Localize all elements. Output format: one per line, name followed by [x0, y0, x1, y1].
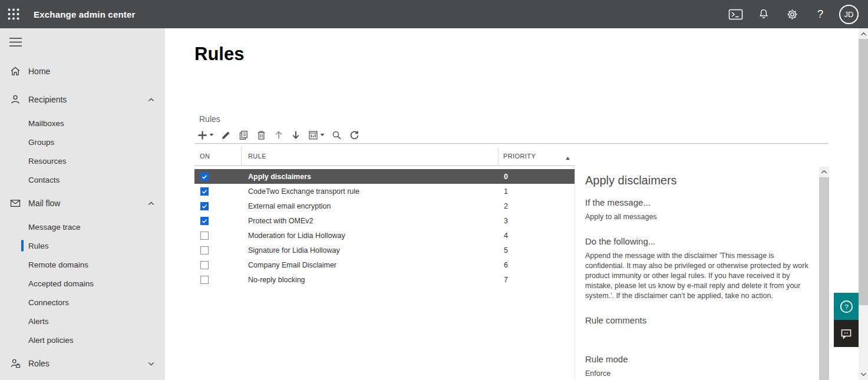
settings-gear-icon[interactable]	[778, 0, 806, 28]
rule-name: No-reply blocking	[242, 272, 499, 287]
rule-row[interactable]: Company Email Disclaimer6	[194, 257, 575, 272]
sidebar-item-connectors[interactable]: Connectors	[0, 293, 165, 312]
detail-section-heading: Rule mode	[585, 354, 812, 364]
help-question-icon[interactable]: ?	[806, 0, 834, 28]
page-scroll-up-icon[interactable]	[859, 29, 868, 39]
sidebar-item-recipients[interactable]: Recipients	[0, 85, 165, 114]
details-scroll-thumb[interactable]	[819, 177, 829, 380]
sidebar-item-accepted-domains[interactable]: Accepted domains	[0, 274, 165, 293]
sidebar-item-rules[interactable]: Rules	[0, 236, 165, 255]
sidebar-item-mail-flow[interactable]: Mail flow	[0, 189, 165, 217]
sidebar-item-roles[interactable]: Roles	[0, 349, 165, 378]
page-scroll-down-icon[interactable]	[859, 369, 868, 379]
sidebar-item-remote-domains[interactable]: Remote domains	[0, 255, 165, 274]
arrow-up-icon	[273, 130, 284, 140]
sidebar-item-label: Alerts	[28, 317, 49, 326]
assist-buttons: ?	[834, 293, 859, 347]
chevron-up-icon	[147, 95, 156, 104]
rule-name: Apply disclaimers	[242, 169, 499, 184]
feedback-button[interactable]	[834, 320, 859, 347]
rule-row[interactable]: Protect with OMEv23	[194, 213, 575, 228]
sidebar-item-message-trace[interactable]: Message trace	[0, 217, 165, 236]
sidebar-item-home[interactable]: Home	[0, 57, 165, 85]
move-down-button[interactable]	[289, 128, 302, 142]
rule-row[interactable]: External email encryption2	[194, 199, 575, 213]
app-title: Exchange admin center	[34, 9, 136, 19]
rule-row[interactable]: Signature for Lidia Holloway5	[194, 243, 575, 257]
rule-priority: 3	[499, 213, 575, 228]
rules-toolbar	[196, 127, 361, 143]
page-scroll-thumb[interactable]	[859, 39, 868, 305]
sidebar-item-label: Resources	[28, 157, 67, 166]
table-header-row: ONRULEPRIORITY	[194, 147, 575, 166]
column-header-rule[interactable]: RULE	[242, 147, 499, 165]
sidebar-item-contacts[interactable]: Contacts	[0, 170, 165, 189]
dropdown-caret-icon	[320, 133, 325, 137]
pencil-icon	[220, 130, 232, 141]
sidebar-item-label: Groups	[28, 138, 54, 147]
search-button[interactable]	[330, 128, 344, 142]
rule-row[interactable]: No-reply blocking7	[194, 272, 575, 287]
rule-row[interactable]: Apply disclaimers0	[194, 169, 575, 184]
details-scroll-up-icon[interactable]	[819, 167, 829, 177]
new-rule-button[interactable]	[196, 128, 215, 142]
sidebar-item-groups[interactable]: Groups	[0, 133, 165, 151]
rule-enabled-checkbox[interactable]	[200, 202, 209, 210]
sidebar-item-resources[interactable]: Resources	[0, 151, 165, 170]
rules-table: ONRULEPRIORITY Apply disclaimers0CodeTwo…	[194, 147, 575, 287]
delete-rule-button[interactable]	[255, 128, 268, 142]
detail-section: Rule modeEnforce	[585, 354, 812, 379]
help-button[interactable]: ?	[834, 293, 859, 320]
selected-indicator	[21, 240, 24, 252]
column-header-on[interactable]: ON	[194, 147, 242, 165]
rule-enabled-checkbox[interactable]	[200, 261, 209, 269]
rule-report-button[interactable]	[306, 128, 326, 142]
column-header-priority[interactable]: PRIORITY	[499, 147, 575, 165]
mail-icon	[9, 197, 21, 209]
rule-name: Moderation for Lidia Holloway	[242, 228, 499, 243]
app-launcher-icon[interactable]	[0, 0, 27, 28]
rule-details-sections: If the message...Apply to all messagesDo…	[585, 197, 812, 379]
rule-priority: 5	[499, 243, 575, 257]
svg-text:?: ?	[844, 302, 849, 310]
rule-enabled-checkbox[interactable]	[200, 276, 209, 284]
refresh-button[interactable]	[348, 128, 361, 142]
detail-section-body: Append the message with the disclaimer '…	[585, 251, 812, 301]
sidebar-item-label: Rules	[28, 242, 49, 250]
arrow-down-icon	[291, 130, 301, 140]
sidebar-item-label: Remote domains	[28, 260, 88, 269]
table-body: Apply disclaimers0CodeTwo Exchange trans…	[194, 169, 575, 287]
powershell-icon[interactable]	[721, 0, 750, 28]
cell-on	[194, 199, 242, 213]
copy-rule-button[interactable]	[237, 128, 250, 142]
person-icon	[9, 94, 21, 105]
rule-row[interactable]: CodeTwo Exchange transport rule1	[194, 184, 575, 199]
rule-row[interactable]: Moderation for Lidia Holloway4	[194, 228, 575, 243]
column-header-label: RULE	[248, 153, 266, 160]
sidebar-item-label: Recipients	[28, 95, 67, 104]
details-scrollbar[interactable]	[819, 167, 829, 380]
roles-icon	[9, 358, 21, 369]
circle-question-icon: ?	[839, 299, 854, 315]
column-header-label: ON	[200, 153, 210, 160]
rule-priority: 4	[499, 228, 575, 243]
cell-on	[194, 228, 242, 243]
page-scrollbar[interactable]	[859, 28, 868, 380]
sidebar-item-label: Home	[28, 67, 50, 76]
sidebar-item-mailboxes[interactable]: Mailboxes	[0, 114, 165, 133]
detail-section: If the message...Apply to all messages	[585, 197, 812, 222]
cell-on	[194, 272, 242, 287]
collapse-nav-icon[interactable]	[9, 37, 23, 48]
rule-enabled-checkbox[interactable]	[200, 173, 209, 181]
edit-rule-button[interactable]	[219, 128, 233, 142]
rule-enabled-checkbox[interactable]	[200, 187, 209, 196]
sidebar-item-alert-policies[interactable]: Alert policies	[0, 331, 165, 349]
rule-enabled-checkbox[interactable]	[200, 246, 209, 255]
feedback-bubble-icon	[839, 326, 853, 341]
rule-enabled-checkbox[interactable]	[200, 217, 209, 225]
rule-enabled-checkbox[interactable]	[200, 232, 209, 240]
sidebar-item-alerts[interactable]: Alerts	[0, 312, 165, 331]
user-avatar[interactable]: JD	[839, 5, 859, 24]
cell-on	[194, 257, 242, 272]
notifications-bell-icon[interactable]	[750, 0, 778, 28]
